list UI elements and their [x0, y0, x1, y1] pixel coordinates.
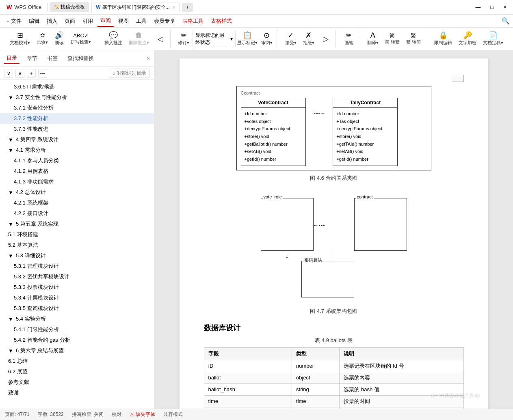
toc-item-51[interactable]: 5.1 环境搭建 [0, 229, 154, 240]
toc-item-365[interactable]: 3.6.5 IT需求/候选 [0, 82, 154, 92]
toc-item-52-label: 5.2 基本算法 [8, 241, 38, 249]
btn-finalize[interactable]: 📄 文档定稿▾ [481, 30, 506, 47]
show-markup-dropdown[interactable]: 显示标记的最终状态 ▾ [193, 31, 236, 47]
btn-prev-comment[interactable]: ◁ [153, 34, 168, 44]
toc-item-373[interactable]: 3.7.3 性能改进 [0, 124, 154, 134]
toc-collapse-btn[interactable]: ∧ [15, 69, 24, 78]
sidebar: 目录 章节 书签 查找和替换 × ∨ ∧ + — ○ 智能识别目录 3.6.5 … [0, 50, 154, 409]
toc-item-ref[interactable]: 参考文献 [0, 377, 154, 388]
search-btn[interactable]: 🔍 [502, 17, 510, 25]
toc-item-534[interactable]: 5.3.4 计票模块设计 [0, 293, 154, 303]
btn-encrypt[interactable]: 🔑 文字加密 [456, 30, 479, 47]
show-markup-icon: 📋 [243, 32, 252, 39]
menu-view[interactable]: 视图 [115, 16, 132, 26]
toc-item-412[interactable]: 4.1.2 用例表格 [0, 166, 154, 177]
minimize-btn[interactable]: — [472, 3, 484, 11]
row-address-field: address [204, 407, 292, 409]
vc-field-2: +votes object [245, 118, 302, 125]
toc-remove-btn[interactable]: — [38, 69, 47, 78]
btn-delete-comment[interactable]: 🗑 删除批注▾ [126, 30, 152, 47]
pen-icon: ✏ [346, 32, 352, 39]
btn-show-markup[interactable]: 📋 显示标记▾ [237, 30, 258, 47]
btn-read[interactable]: 🔊 朗读 [52, 30, 67, 47]
toc-item-41[interactable]: ▼ 4.1 需求分析 [0, 145, 154, 155]
btn-to-simplified[interactable]: 繁 繁·转简 [404, 32, 423, 46]
toc-item-421-label: 4.2.1 系统框架 [14, 199, 48, 207]
toc-item-42[interactable]: ▼ 4.2 总体设计 [0, 187, 154, 198]
close-btn[interactable]: × [500, 3, 510, 11]
sidebar-tab-findreplace[interactable]: 查找和替换 [65, 53, 96, 64]
toc-item-421[interactable]: 4.2.1 系统框架 [0, 198, 154, 208]
btn-accept[interactable]: ✓ 接受▾ [283, 30, 299, 47]
btn-track[interactable]: ✏ 修订▾ [176, 30, 191, 47]
toolbar-group-translate: A 翻译▾ 简 简·转繁 繁 繁·转简 [362, 30, 426, 48]
tab-doc[interactable]: W 基于区块链和门限密码的安全... × [91, 2, 180, 13]
toc-item-372[interactable]: 3.7.2 性能分析 [0, 113, 154, 124]
menu-table-tools[interactable]: 表格工具 [179, 16, 207, 26]
toc-item-542[interactable]: 5.4.2 智能合约 gas 分析 [0, 335, 154, 345]
btn-doc-compare[interactable]: ⊞ 文档校对▾ [7, 30, 32, 47]
menu-page[interactable]: 页面 [61, 16, 78, 26]
btn-compare[interactable]: ≎ 比较▾ [34, 31, 50, 47]
toc-item-ch4[interactable]: ▼ 4 第四章 系统设计 [0, 134, 154, 145]
sidebar-close-btn[interactable]: × [147, 55, 150, 62]
col-type: 类型 [292, 347, 340, 360]
toc-item-37[interactable]: ▼ 3.7 安全性与性能分析 [0, 92, 154, 103]
reject-icon: ✗ [305, 32, 312, 39]
toc-item-531[interactable]: 5.3.1 管理模块设计 [0, 261, 154, 271]
tab-template[interactable]: 找 找稿壳模板 [50, 2, 89, 12]
row-ballot-field: ballot [204, 372, 292, 383]
toc-item-53[interactable]: ▼ 5.3 详细设计 [0, 250, 154, 261]
toc-item-535[interactable]: 5.3.5 查询模块设计 [0, 303, 154, 314]
sidebar-tab-chapter[interactable]: 章节 [24, 53, 40, 64]
status-proofread[interactable]: 校对 [112, 411, 121, 418]
toc-item-thanks[interactable]: 致谢 [0, 388, 154, 398]
tab-doc-close[interactable]: × [173, 5, 175, 10]
btn-insert-comment[interactable]: 💬 插入批注 [102, 30, 125, 47]
sidebar-tab-toc[interactable]: 目录 [4, 53, 19, 64]
menu-table-style[interactable]: 表格样式 [208, 16, 235, 26]
menu-file[interactable]: ≡ 文件 [3, 16, 25, 26]
status-spell[interactable]: 拼写检查: 关闭 [72, 411, 104, 418]
btn-spell[interactable]: ABC✓ 拼写检查▾ [68, 32, 93, 46]
toc-item-413[interactable]: 4.1.3 非功能需求 [0, 177, 154, 187]
vc-field-4: +store() void [245, 133, 302, 140]
btn-review-pane[interactable]: ⊙ 审阅▾ [260, 30, 274, 47]
menu-vip[interactable]: 会员专享 [151, 16, 178, 26]
toc-item-422[interactable]: 4.2.2 接口设计 [0, 208, 154, 219]
btn-pen[interactable]: ✏ 画笔 [342, 30, 356, 47]
diagram-47-caption: 图 4.7 系统架构包图 [310, 308, 357, 315]
db-section-title: 数据库设计 [204, 323, 464, 333]
menu-insert[interactable]: 插入 [43, 16, 61, 26]
btn-to-traditional[interactable]: 简 简·转繁 [383, 32, 402, 46]
menu-review[interactable]: 审阅 [97, 15, 114, 27]
toc-item-371[interactable]: 3.7.1 安全性分析 [0, 103, 154, 113]
menu-tools[interactable]: 工具 [133, 16, 150, 26]
btn-reject[interactable]: ✗ 拒绝▾ [301, 30, 317, 47]
toc-item-62-label: 6.2 展望 [8, 368, 28, 375]
toc-item-54[interactable]: ▼ 5.4 实验分析 [0, 314, 154, 324]
btn-next-change[interactable]: ▷ [318, 34, 333, 44]
maximize-btn[interactable]: □ [487, 3, 497, 11]
toc-item-541[interactable]: 5.4.1 门限性能分析 [0, 324, 154, 335]
toc-item-ch5[interactable]: ▼ 5 第五章 系统实现 [0, 219, 154, 229]
toc-item-61[interactable]: 6.1 总结 [0, 356, 154, 366]
btn-spell-label: 拼写检查▾ [71, 39, 91, 45]
menu-edit[interactable]: 编辑 [26, 16, 43, 26]
toc-add-btn[interactable]: + [27, 69, 36, 78]
toc-item-533[interactable]: 5.3.3 投票模块设计 [0, 282, 154, 293]
doc-area[interactable]: Ccontract VoteContract +Id number +votes… [154, 50, 513, 409]
toc-item-ch6[interactable]: ▼ 6 第六章 总结与展望 [0, 345, 154, 356]
toc-item-411[interactable]: 4.1.1 参与人员分类 [0, 155, 154, 166]
toc-item-532[interactable]: 5.3.2 密钥共享模块设计 [0, 271, 154, 282]
toc-item-62[interactable]: 6.2 展望 [0, 366, 154, 377]
toc-expand-btn[interactable]: ∨ [4, 69, 13, 78]
btn-restrict[interactable]: 🔒 限制编辑 [432, 30, 455, 47]
table-row: ID number 选票记录在区块链的 Id 号 [204, 360, 463, 372]
toc-item-52[interactable]: 5.2 基本算法 [0, 240, 154, 250]
menu-reference[interactable]: 引用 [79, 16, 96, 26]
sidebar-tab-bookmark[interactable]: 书签 [45, 53, 60, 64]
tab-new[interactable]: + [182, 3, 193, 12]
btn-translate[interactable]: A 翻译▾ [365, 30, 381, 47]
smart-toc-btn[interactable]: ○ 智能识别目录 [109, 69, 150, 78]
